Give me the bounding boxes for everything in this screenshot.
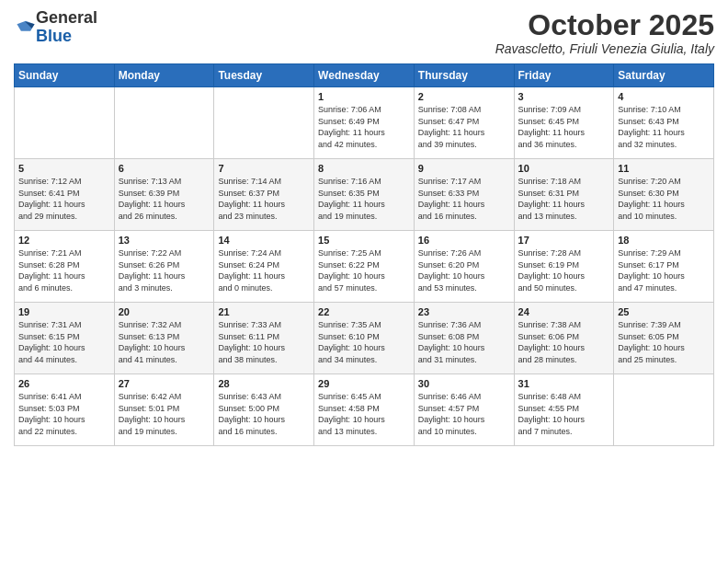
calendar-cell: 2Sunrise: 7:08 AM Sunset: 6:47 PM Daylig… — [414, 87, 514, 159]
day-info: Sunrise: 7:16 AM Sunset: 6:35 PM Dayligh… — [318, 176, 410, 222]
logo-general-text: General — [36, 9, 97, 28]
calendar-cell — [15, 87, 115, 159]
day-info: Sunrise: 7:36 AM Sunset: 6:08 PM Dayligh… — [418, 319, 510, 365]
calendar-cell: 8Sunrise: 7:16 AM Sunset: 6:35 PM Daylig… — [314, 159, 415, 231]
day-number: 16 — [418, 235, 510, 246]
day-number: 1 — [318, 91, 410, 102]
calendar-cell — [614, 374, 714, 446]
day-number: 7 — [218, 163, 310, 174]
location: Ravascletto, Friuli Venezia Giulia, Ital… — [495, 41, 714, 56]
calendar-week-row: 19Sunrise: 7:31 AM Sunset: 6:15 PM Dayli… — [15, 303, 714, 374]
day-info: Sunrise: 6:43 AM Sunset: 5:00 PM Dayligh… — [218, 391, 310, 437]
day-info: Sunrise: 7:22 AM Sunset: 6:26 PM Dayligh… — [119, 247, 210, 293]
day-info: Sunrise: 7:10 AM Sunset: 6:43 PM Dayligh… — [618, 104, 710, 150]
col-sunday: Sunday — [15, 64, 115, 87]
col-saturday: Saturday — [614, 64, 714, 87]
day-info: Sunrise: 7:08 AM Sunset: 6:47 PM Dayligh… — [418, 104, 510, 150]
day-number: 19 — [18, 306, 110, 317]
day-number: 5 — [18, 163, 110, 174]
day-number: 3 — [518, 91, 610, 102]
calendar-cell: 12Sunrise: 7:21 AM Sunset: 6:28 PM Dayli… — [15, 231, 115, 303]
calendar-week-row: 12Sunrise: 7:21 AM Sunset: 6:28 PM Dayli… — [15, 231, 714, 303]
day-info: Sunrise: 7:21 AM Sunset: 6:28 PM Dayligh… — [18, 247, 110, 293]
calendar-cell: 22Sunrise: 7:35 AM Sunset: 6:10 PM Dayli… — [314, 303, 415, 374]
day-number: 31 — [518, 378, 610, 389]
day-number: 25 — [618, 306, 710, 317]
logo: General Blue — [14, 9, 97, 46]
day-info: Sunrise: 7:39 AM Sunset: 6:05 PM Dayligh… — [618, 319, 710, 365]
day-number: 12 — [18, 235, 110, 246]
day-info: Sunrise: 7:12 AM Sunset: 6:41 PM Dayligh… — [18, 176, 110, 222]
day-info: Sunrise: 7:29 AM Sunset: 6:17 PM Dayligh… — [618, 247, 710, 293]
day-info: Sunrise: 7:17 AM Sunset: 6:33 PM Dayligh… — [418, 176, 510, 222]
calendar-cell: 25Sunrise: 7:39 AM Sunset: 6:05 PM Dayli… — [614, 303, 714, 374]
calendar-cell: 15Sunrise: 7:25 AM Sunset: 6:22 PM Dayli… — [314, 231, 415, 303]
calendar-cell: 20Sunrise: 7:32 AM Sunset: 6:13 PM Dayli… — [114, 303, 214, 374]
calendar-cell — [114, 87, 214, 159]
day-info: Sunrise: 7:14 AM Sunset: 6:37 PM Dayligh… — [218, 176, 310, 222]
calendar-cell: 4Sunrise: 7:10 AM Sunset: 6:43 PM Daylig… — [614, 87, 714, 159]
day-number: 24 — [518, 306, 610, 317]
calendar-cell: 30Sunrise: 6:46 AM Sunset: 4:57 PM Dayli… — [414, 374, 514, 446]
day-info: Sunrise: 6:45 AM Sunset: 4:58 PM Dayligh… — [318, 391, 410, 437]
day-info: Sunrise: 7:24 AM Sunset: 6:24 PM Dayligh… — [218, 247, 310, 293]
day-number: 30 — [418, 378, 510, 389]
calendar-cell: 27Sunrise: 6:42 AM Sunset: 5:01 PM Dayli… — [114, 374, 214, 446]
col-friday: Friday — [514, 64, 614, 87]
day-number: 22 — [318, 306, 410, 317]
day-number: 9 — [418, 163, 510, 174]
logo-text: General Blue — [36, 9, 97, 46]
day-number: 8 — [318, 163, 410, 174]
day-number: 28 — [218, 378, 310, 389]
calendar-cell: 5Sunrise: 7:12 AM Sunset: 6:41 PM Daylig… — [15, 159, 115, 231]
day-info: Sunrise: 6:42 AM Sunset: 5:01 PM Dayligh… — [119, 391, 210, 437]
day-info: Sunrise: 7:25 AM Sunset: 6:22 PM Dayligh… — [318, 247, 410, 293]
day-number: 17 — [518, 235, 610, 246]
calendar-cell — [214, 87, 314, 159]
calendar-cell: 10Sunrise: 7:18 AM Sunset: 6:31 PM Dayli… — [514, 159, 614, 231]
day-number: 20 — [119, 306, 210, 317]
day-number: 2 — [418, 91, 510, 102]
calendar-cell: 23Sunrise: 7:36 AM Sunset: 6:08 PM Dayli… — [414, 303, 514, 374]
day-info: Sunrise: 7:33 AM Sunset: 6:11 PM Dayligh… — [218, 319, 310, 365]
day-info: Sunrise: 7:13 AM Sunset: 6:39 PM Dayligh… — [119, 176, 210, 222]
day-info: Sunrise: 7:32 AM Sunset: 6:13 PM Dayligh… — [119, 319, 210, 365]
calendar-cell: 13Sunrise: 7:22 AM Sunset: 6:26 PM Dayli… — [114, 231, 214, 303]
day-info: Sunrise: 7:31 AM Sunset: 6:15 PM Dayligh… — [18, 319, 110, 365]
calendar-cell: 11Sunrise: 7:20 AM Sunset: 6:30 PM Dayli… — [614, 159, 714, 231]
logo-icon — [16, 17, 36, 38]
calendar-cell: 14Sunrise: 7:24 AM Sunset: 6:24 PM Dayli… — [214, 231, 314, 303]
day-number: 14 — [218, 235, 310, 246]
calendar-cell: 18Sunrise: 7:29 AM Sunset: 6:17 PM Dayli… — [614, 231, 714, 303]
calendar-week-row: 26Sunrise: 6:41 AM Sunset: 5:03 PM Dayli… — [15, 374, 714, 446]
day-number: 13 — [119, 235, 210, 246]
calendar-cell: 7Sunrise: 7:14 AM Sunset: 6:37 PM Daylig… — [214, 159, 314, 231]
day-number: 4 — [618, 91, 710, 102]
calendar-cell: 3Sunrise: 7:09 AM Sunset: 6:45 PM Daylig… — [514, 87, 614, 159]
day-number: 10 — [518, 163, 610, 174]
calendar-cell: 6Sunrise: 7:13 AM Sunset: 6:39 PM Daylig… — [114, 159, 214, 231]
day-info: Sunrise: 6:41 AM Sunset: 5:03 PM Dayligh… — [18, 391, 110, 437]
day-number: 21 — [218, 306, 310, 317]
calendar-week-row: 1Sunrise: 7:06 AM Sunset: 6:49 PM Daylig… — [15, 87, 714, 159]
col-thursday: Thursday — [414, 64, 514, 87]
day-info: Sunrise: 7:28 AM Sunset: 6:19 PM Dayligh… — [518, 247, 610, 293]
calendar-cell: 9Sunrise: 7:17 AM Sunset: 6:33 PM Daylig… — [414, 159, 514, 231]
day-info: Sunrise: 7:38 AM Sunset: 6:06 PM Dayligh… — [518, 319, 610, 365]
day-number: 11 — [618, 163, 710, 174]
calendar-cell: 26Sunrise: 6:41 AM Sunset: 5:03 PM Dayli… — [15, 374, 115, 446]
calendar-table: Sunday Monday Tuesday Wednesday Thursday… — [14, 63, 714, 446]
calendar-cell: 1Sunrise: 7:06 AM Sunset: 6:49 PM Daylig… — [314, 87, 415, 159]
day-number: 18 — [618, 235, 710, 246]
calendar-cell: 31Sunrise: 6:48 AM Sunset: 4:55 PM Dayli… — [514, 374, 614, 446]
calendar-cell: 19Sunrise: 7:31 AM Sunset: 6:15 PM Dayli… — [15, 303, 115, 374]
day-number: 15 — [318, 235, 410, 246]
calendar-cell: 17Sunrise: 7:28 AM Sunset: 6:19 PM Dayli… — [514, 231, 614, 303]
month-title: October 2025 — [495, 9, 714, 41]
logo-blue-text: Blue — [36, 28, 97, 46]
day-number: 26 — [18, 378, 110, 389]
day-number: 6 — [119, 163, 210, 174]
day-info: Sunrise: 7:35 AM Sunset: 6:10 PM Dayligh… — [318, 319, 410, 365]
calendar-header-row: Sunday Monday Tuesday Wednesday Thursday… — [15, 64, 714, 87]
day-info: Sunrise: 6:46 AM Sunset: 4:57 PM Dayligh… — [418, 391, 510, 437]
